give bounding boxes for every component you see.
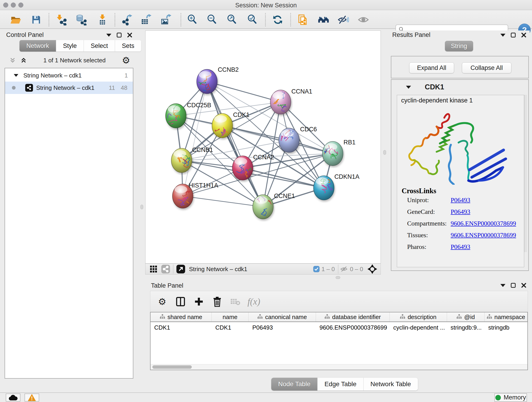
crosslink-link[interactable]: 9606.ENSP00000378699: [451, 220, 516, 231]
gear-icon[interactable]: ⚙: [122, 56, 130, 65]
toolbar-separator: [181, 13, 181, 26]
show-all-button[interactable]: [357, 13, 370, 26]
protein-structure-image: [401, 106, 520, 185]
column-header-name[interactable]: name: [212, 313, 249, 322]
crosslink-link[interactable]: P06493: [451, 243, 470, 255]
network-node-CCNA1[interactable]: [270, 88, 291, 118]
collection-count: 1: [125, 72, 128, 79]
table-cell[interactable]: CDK1: [151, 322, 212, 332]
crosslink-link[interactable]: P06493: [451, 208, 470, 220]
show-columns-icon[interactable]: [174, 297, 187, 307]
network-list: String Network – cdk1 1 String Network –…: [5, 68, 133, 379]
column-header-description[interactable]: description: [390, 313, 447, 322]
network-collection-row[interactable]: String Network – cdk1 1: [5, 69, 133, 82]
results-scrollbar[interactable]: [524, 95, 527, 252]
network-edge-CCNB2-HIST1H1A[interactable]: [183, 82, 207, 196]
panel-float-icon[interactable]: [510, 283, 516, 288]
expand-all-networks-icon[interactable]: [20, 57, 27, 64]
panel-float-icon[interactable]: [116, 32, 122, 38]
zoom-in-button[interactable]: [186, 13, 199, 26]
tab-string[interactable]: String: [445, 41, 473, 51]
network-node-CDC25B[interactable]: [165, 102, 186, 128]
column-header-shared-name[interactable]: shared name: [151, 313, 212, 322]
tab-style[interactable]: Style: [56, 40, 84, 51]
network-node-CCNB2[interactable]: [192, 70, 217, 95]
memory-button[interactable]: Memory: [494, 393, 527, 402]
tab-select[interactable]: Select: [84, 40, 115, 51]
horizontal-splitter-handle[interactable]: [336, 276, 340, 279]
panel-menu-icon[interactable]: [500, 34, 505, 37]
network-node-CCNE1[interactable]: [253, 191, 273, 219]
column-header-canonical-name[interactable]: canonical name: [249, 313, 316, 322]
hide-selected-button[interactable]: [337, 13, 349, 26]
table-row[interactable]: CDK1CDK1P064939606.ENSP00000378699cyclin…: [151, 322, 527, 332]
table-cell[interactable]: 9606.ENSP00000378699: [316, 322, 390, 332]
table-settings-gear-icon[interactable]: ⚙: [156, 297, 169, 306]
import-table-button[interactable]: [96, 13, 109, 26]
table-horizontal-scrollbar[interactable]: [151, 364, 527, 370]
network-node-CDC6[interactable]: [279, 128, 299, 152]
grid-view-icon[interactable]: [150, 265, 157, 273]
function-builder-icon[interactable]: f(x): [247, 296, 260, 307]
zoom-fit-button[interactable]: [226, 13, 238, 26]
import-network-button[interactable]: [55, 13, 68, 26]
panel-close-icon[interactable]: [521, 32, 526, 38]
table-cell[interactable]: stringdb:9...: [447, 322, 484, 332]
save-session-button[interactable]: [30, 13, 42, 26]
export-table-button[interactable]: [140, 13, 152, 26]
column-header-label: description: [408, 313, 437, 321]
panel-float-icon[interactable]: [510, 32, 516, 38]
table-cell[interactable]: stringdb: [485, 322, 527, 332]
table-cell[interactable]: cyclin-dependent ...: [389, 322, 447, 332]
network-canvas[interactable]: CCNB2CCNA1CDC25BCDK1CDC6RB1CCNB1CCNA2CDK…: [145, 31, 381, 264]
expand-all-button[interactable]: Expand All: [409, 62, 454, 73]
collection-expand-icon[interactable]: [14, 74, 18, 77]
panel-menu-icon[interactable]: [106, 34, 111, 37]
panel-close-icon[interactable]: [521, 283, 526, 288]
vertical-splitter-handle[interactable]: [140, 205, 143, 209]
refresh-button[interactable]: [272, 13, 284, 26]
string-home-button[interactable]: [317, 13, 330, 26]
open-session-button[interactable]: [9, 13, 22, 26]
column-header-database-identifier[interactable]: database identifier: [316, 313, 390, 322]
network-node-RB1[interactable]: [322, 141, 343, 166]
panel-close-icon[interactable]: [127, 32, 133, 38]
cloud-status-button[interactable]: [6, 394, 20, 402]
collapse-all-button[interactable]: Collapse All: [462, 62, 511, 73]
tab-sets[interactable]: Sets: [115, 40, 141, 51]
open-in-window-icon[interactable]: [176, 264, 185, 274]
export-network-button[interactable]: [120, 13, 133, 26]
table-cell[interactable]: CDK1: [212, 322, 249, 332]
gene-section-header[interactable]: CDK1: [391, 80, 528, 95]
delete-table-icon[interactable]: [229, 297, 242, 306]
import-network-from-database-button[interactable]: [75, 13, 88, 26]
selected-checkbox-icon[interactable]: [313, 266, 320, 272]
collapse-all-networks-icon[interactable]: [9, 57, 16, 64]
vertical-splitter-handle[interactable]: [383, 150, 386, 155]
scrollbar-thumb[interactable]: [152, 365, 192, 369]
network-share-badge-icon[interactable]: [161, 264, 170, 274]
export-image-button[interactable]: [160, 13, 172, 26]
tab-network-table[interactable]: Network Table: [364, 378, 418, 390]
network-node-CCNB1[interactable]: [171, 148, 192, 172]
crosslink-link[interactable]: 9606.ENSP00000378699: [451, 231, 516, 243]
table-cell[interactable]: P06493: [249, 322, 316, 332]
export-network-icon: [121, 14, 133, 26]
crosslink-link[interactable]: P06493: [451, 196, 470, 208]
network-row[interactable]: String Network – cdk1 11 48: [5, 82, 133, 94]
zoom-out-button[interactable]: [206, 13, 218, 26]
section-expand-icon[interactable]: [406, 86, 411, 89]
panel-menu-icon[interactable]: [500, 284, 505, 287]
add-column-icon[interactable]: [192, 297, 205, 306]
zoom-selected-button[interactable]: [246, 13, 259, 26]
warnings-button[interactable]: [25, 394, 39, 402]
column-header-namespace[interactable]: namespace: [485, 313, 527, 322]
tab-edge-table[interactable]: Edge Table: [317, 378, 364, 390]
clone-network-button[interactable]: [297, 13, 309, 26]
delete-column-icon[interactable]: [211, 296, 224, 307]
network-edge-CCNE1-HIST1H1A[interactable]: [183, 196, 263, 207]
column-header-id[interactable]: @id: [447, 313, 485, 322]
tab-node-table[interactable]: Node Table: [271, 378, 317, 390]
birdseye-crosshair-icon[interactable]: [367, 264, 377, 274]
tab-network[interactable]: Network: [19, 40, 56, 51]
